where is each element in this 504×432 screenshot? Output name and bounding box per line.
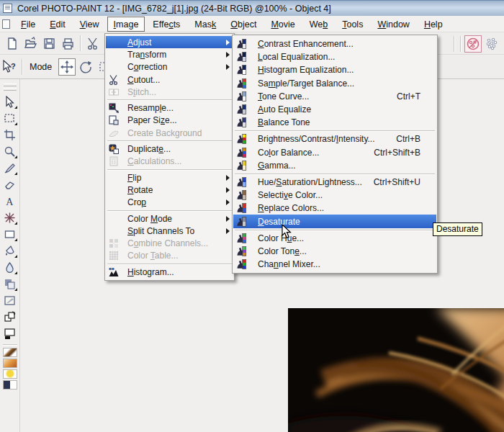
menu-item-stitch[interactable]: Stitch... — [106, 86, 233, 98]
menu-item-calculations[interactable]: Calculations... — [106, 156, 233, 168]
menu-help[interactable]: Help — [418, 17, 449, 32]
dock-bulb-icon[interactable] — [3, 369, 17, 379]
menu-item-label: Stitch... — [127, 87, 156, 97]
submenu-item-desaturate[interactable]: Desaturate — [233, 215, 436, 228]
menu-item-flip[interactable]: Flip — [106, 171, 233, 184]
menu-item-histogram[interactable]: Histogram... — [106, 266, 233, 278]
menu-image[interactable]: Image — [107, 17, 145, 32]
submenu-item-histogram-equalization[interactable]: Histogram Equalization... — [233, 63, 436, 76]
menu-separator — [107, 264, 232, 264]
image-menu: AdjustTransformCorrectionCutout...Stitch… — [104, 33, 235, 281]
submenu-item-contrast-enhancement[interactable]: Contrast Enhancement... — [233, 37, 436, 50]
color-control-tool[interactable] — [1, 325, 19, 342]
menu-window[interactable]: Window — [371, 17, 415, 32]
menu-item-resample[interactable]: Resample... — [106, 102, 233, 114]
submenu-item-hue-saturation-lightness[interactable]: Hue/Saturation/Lightness...Ctrl+Shift+U — [233, 176, 436, 189]
save-button[interactable] — [40, 35, 58, 52]
rect-mask-tool[interactable] — [1, 110, 19, 127]
menu-movie[interactable]: Movie — [264, 17, 301, 32]
pick-tool[interactable] — [1, 94, 19, 110]
document-window-icon[interactable] — [2, 19, 10, 29]
submenu-item-auto-equalize[interactable]: Auto Equalize — [233, 103, 436, 116]
menu-item-rotate[interactable]: Rotate — [106, 184, 233, 196]
menu-item-label: Combine Channels... — [127, 238, 208, 248]
swap-colors-tool[interactable] — [1, 309, 19, 325]
adjust-icon — [235, 147, 253, 158]
image-sprayer-tool[interactable] — [1, 210, 19, 226]
submenu-item-color-tone[interactable]: Color Tone... — [233, 245, 436, 258]
blank-icon — [108, 172, 122, 184]
submenu-arrow-icon — [226, 64, 230, 70]
submenu-item-channel-mixer[interactable]: Channel Mixer... — [233, 258, 436, 271]
menu-effects[interactable]: Effects — [146, 17, 186, 32]
toolbox-grip[interactable] — [4, 84, 17, 86]
menu-item-cutout[interactable]: Cutout... — [106, 73, 233, 86]
paint-on-mask-tool[interactable] — [1, 292, 19, 309]
blank-icon — [108, 49, 122, 60]
menu-view[interactable]: View — [73, 17, 106, 32]
toolbox-grip[interactable] — [4, 88, 17, 91]
transparency-tool[interactable] — [1, 276, 19, 292]
dock-shape-icon[interactable] — [3, 380, 17, 390]
open-button[interactable] — [22, 35, 39, 52]
menu-tools[interactable]: Tools — [336, 17, 369, 32]
submenu-item-gamma[interactable]: Gamma... — [233, 159, 436, 172]
scissors-icon — [108, 74, 122, 86]
cut-button[interactable] — [84, 35, 102, 52]
adjust-icon — [235, 64, 253, 76]
print-button[interactable] — [59, 35, 76, 52]
palette-circle-icon[interactable] — [464, 35, 482, 53]
submenu-item-balance-tone[interactable]: Balance Tone — [233, 116, 436, 129]
submenu-item-tone-curve[interactable]: Tone Curve...Ctrl+T — [233, 90, 436, 103]
paint-tool[interactable] — [1, 160, 19, 176]
menu-item-correction[interactable]: Correction — [106, 61, 233, 73]
menu-item-combine-channels[interactable]: Combine Channels... — [106, 237, 233, 249]
menu-item-label: Hue/Saturation/Lightness... — [258, 177, 362, 187]
submenu-item-brightness-contrast-intensity[interactable]: Brightness/Contrast/Intensity...Ctrl+B — [233, 132, 436, 145]
submenu-item-color-balance[interactable]: Color Balance...Ctrl+Shift+B — [233, 146, 436, 159]
crop-tool[interactable] — [1, 127, 19, 143]
palette-dots-icon[interactable] — [483, 35, 500, 53]
blank-icon — [108, 197, 122, 208]
menu-item-label: Gamma... — [258, 161, 296, 171]
menu-item-color-table[interactable]: Color Table... — [106, 250, 233, 262]
fill-tool[interactable] — [1, 243, 19, 259]
rectangle-tool[interactable] — [1, 226, 19, 243]
submenu-item-selective-color[interactable]: Selective Color... — [233, 189, 436, 202]
stitch-icon — [108, 86, 122, 98]
submenu-item-sample-target-balance[interactable]: Sample/Target Balance... — [233, 77, 436, 90]
blank-icon — [108, 61, 122, 73]
zoom-tool[interactable] — [1, 143, 19, 160]
menu-object[interactable]: Object — [224, 17, 263, 32]
divider — [460, 36, 461, 52]
text-tool[interactable]: A — [1, 193, 19, 210]
submenu-item-color-hue[interactable]: Color Hue... — [233, 232, 436, 245]
menu-item-paper-size[interactable]: Paper Size... — [106, 114, 233, 127]
dock-art-icon[interactable] — [3, 359, 17, 368]
dock-brush-icon[interactable] — [3, 348, 17, 357]
menu-item-duplicate[interactable]: Duplicate... — [106, 143, 233, 155]
interactive-drop-tool[interactable] — [1, 259, 19, 276]
menu-edit[interactable]: Edit — [43, 17, 72, 32]
menu-item-adjust[interactable]: Adjust — [106, 36, 233, 48]
menu-item-create-background[interactable]: Create Background — [106, 127, 233, 139]
submenu-item-replace-colors[interactable]: Replace Colors... — [233, 202, 436, 215]
mode-rotate-button[interactable] — [77, 58, 94, 76]
shortcut-label: Ctrl+B — [396, 134, 420, 144]
menu-mask[interactable]: Mask — [188, 17, 222, 32]
shortcut-label: Ctrl+Shift+B — [374, 148, 420, 158]
menu-item-color-mode[interactable]: Color Mode — [106, 212, 233, 225]
menu-item-label: Flip — [127, 173, 141, 183]
menu-item-split-channels-to[interactable]: Split Channels To — [106, 225, 233, 237]
eraser-tool[interactable] — [1, 176, 19, 193]
menu-web[interactable]: Web — [303, 17, 334, 32]
new-document-button[interactable] — [3, 35, 20, 52]
menu-item-transform[interactable]: Transform — [106, 48, 233, 60]
photo-canvas[interactable] — [288, 308, 504, 432]
menu-item-crop[interactable]: Crop — [106, 197, 233, 209]
menu-file[interactable]: File — [14, 17, 42, 32]
help-pointer-icon[interactable]: ? — [1, 58, 18, 76]
menu-separator — [107, 169, 232, 170]
mode-move-button[interactable] — [58, 58, 76, 76]
submenu-item-local-equalization[interactable]: Local Equalization... — [233, 50, 436, 63]
